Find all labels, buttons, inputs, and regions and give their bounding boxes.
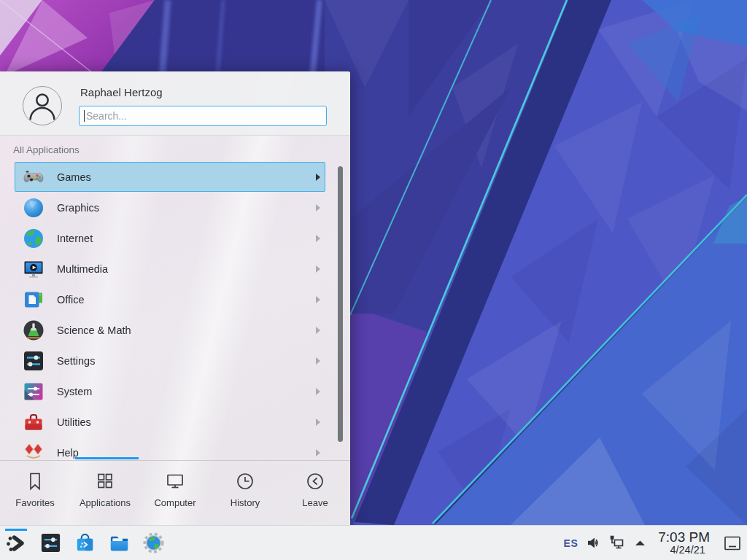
category-utilities[interactable]: Utilities xyxy=(15,407,325,437)
list-scrollbar[interactable] xyxy=(338,166,343,442)
volume-icon[interactable] xyxy=(586,535,601,551)
keyboard-layout-indicator[interactable]: ES xyxy=(564,537,578,549)
user-name: Raphael Hertzog xyxy=(80,86,163,98)
submenu-arrow-icon xyxy=(316,265,320,273)
system-tray: ES 7:0 xyxy=(564,530,747,556)
launcher-tab-bar: Favorites Applications xyxy=(0,460,350,525)
category-list: Games Graphics xyxy=(0,159,350,460)
tab-leave[interactable]: Leave xyxy=(280,461,350,525)
submenu-arrow-icon xyxy=(316,235,320,242)
discover-bag-icon xyxy=(74,532,96,554)
section-label: All Applications xyxy=(13,144,80,155)
leave-icon xyxy=(305,471,325,491)
category-office[interactable]: Office xyxy=(15,284,325,314)
show-desktop-button[interactable] xyxy=(723,534,742,553)
submenu-arrow-icon xyxy=(316,388,320,395)
system-settings-icon xyxy=(39,532,62,554)
active-tab-indicator xyxy=(75,457,139,459)
submenu-arrow-icon xyxy=(316,296,320,303)
taskbar-app-icons xyxy=(0,527,166,559)
tab-computer[interactable]: Computer xyxy=(140,461,210,525)
globe-icon xyxy=(22,227,45,250)
submenu-arrow-icon xyxy=(316,449,320,456)
utilities-toolbox-icon xyxy=(22,411,45,434)
expand-tray-icon[interactable] xyxy=(632,535,648,551)
web-browser-button[interactable] xyxy=(141,527,166,559)
submenu-arrow-icon xyxy=(316,357,320,365)
clock-time: 7:03 PM xyxy=(658,530,710,545)
category-internet[interactable]: Internet xyxy=(15,223,325,253)
science-flask-icon xyxy=(22,319,45,342)
office-document-icon xyxy=(22,288,45,311)
multimedia-monitor-icon xyxy=(22,257,45,281)
tab-applications[interactable]: Applications xyxy=(70,461,140,525)
tab-history[interactable]: History xyxy=(210,461,280,525)
category-graphics[interactable]: Graphics xyxy=(15,192,325,222)
kde-launcher-icon xyxy=(4,532,28,555)
user-avatar xyxy=(23,86,62,125)
system-settings-button[interactable] xyxy=(38,527,63,559)
category-system[interactable]: System xyxy=(15,376,325,406)
category-help[interactable]: Help xyxy=(15,438,325,460)
system-sliders-icon xyxy=(22,380,45,403)
tab-favorites[interactable]: Favorites xyxy=(0,461,70,525)
browser-globe-icon xyxy=(142,532,165,554)
computer-icon xyxy=(165,471,185,491)
network-icon[interactable] xyxy=(609,535,624,551)
gamepad-icon xyxy=(22,166,45,189)
launcher-header: Raphael Hertzog xyxy=(0,71,350,136)
clock-icon xyxy=(235,471,255,491)
digital-clock[interactable]: 7:03 PM 4/24/21 xyxy=(658,530,710,556)
file-manager-button[interactable] xyxy=(107,527,131,559)
category-settings[interactable]: Settings xyxy=(15,346,325,376)
search-field-wrap xyxy=(79,106,327,126)
application-launcher-button[interactable] xyxy=(4,527,28,559)
text-caret xyxy=(84,110,85,122)
search-input[interactable] xyxy=(79,106,327,126)
desktop-screen: Raphael Hertzog All Applications xyxy=(0,0,747,560)
category-science-math[interactable]: Science & Math xyxy=(15,315,325,345)
folder-icon xyxy=(108,532,131,554)
discover-button[interactable] xyxy=(72,527,97,559)
application-launcher-menu: Raphael Hertzog All Applications xyxy=(0,71,350,525)
category-games[interactable]: Games xyxy=(15,162,325,192)
category-multimedia[interactable]: Multimedia xyxy=(15,254,325,284)
submenu-arrow-icon xyxy=(316,327,320,334)
bookmark-icon xyxy=(25,471,45,491)
grid-icon xyxy=(95,471,115,491)
graphics-sphere-icon xyxy=(22,196,45,219)
submenu-arrow-icon xyxy=(316,204,320,211)
clock-date: 4/24/21 xyxy=(658,545,710,556)
taskbar: ES 7:0 xyxy=(0,525,747,560)
help-buoy-icon xyxy=(22,441,45,461)
submenu-arrow-icon xyxy=(316,419,320,426)
submenu-arrow-icon xyxy=(316,174,320,181)
settings-sliders-icon xyxy=(22,349,45,373)
